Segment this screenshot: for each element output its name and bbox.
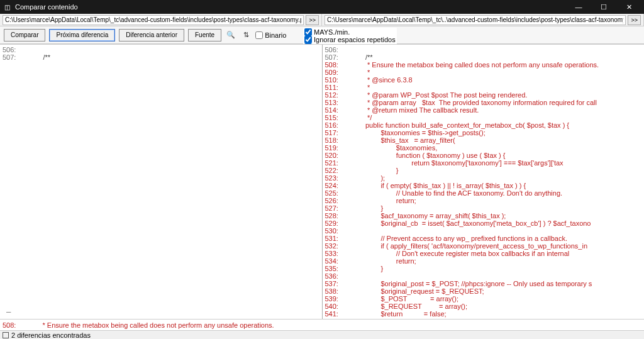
line-text: * — [348, 84, 645, 91]
line-text: $taxonomies, — [348, 144, 645, 152]
line-number: 515: — [323, 114, 348, 121]
right-path-input[interactable] — [325, 15, 626, 25]
line-text: // Prevent access to any wp_ prefixed fu… — [348, 235, 645, 242]
code-line[interactable]: 524: if ( empty( $this_tax ) || ! is_arr… — [323, 182, 645, 189]
line-number: 520: — [323, 152, 348, 159]
code-line[interactable]: 516: public function build_safe_context_… — [323, 121, 645, 129]
line-number: 528: — [323, 212, 348, 220]
code-line[interactable]: 507: /** — [0, 53, 322, 61]
line-text: return; — [348, 197, 645, 204]
line-text: /** — [348, 53, 645, 61]
line-text: $this_tax = array_filter( — [348, 136, 645, 144]
line-text: if ( apply_filters( 'acf/taxonomy/preven… — [348, 242, 645, 250]
line-text: * Ensure the metabox being called does n… — [348, 61, 645, 69]
right-path-container: >> — [322, 14, 644, 26]
code-line[interactable]: 513: * @param array $tax The provided ta… — [323, 99, 645, 106]
line-number: 507: — [0, 53, 25, 61]
code-line[interactable]: 538: $original_request = $_REQUEST; — [323, 287, 645, 295]
code-line[interactable]: 531: // Prevent access to any wp_ prefix… — [323, 235, 645, 242]
code-line[interactable]: 519: $taxonomies, — [323, 144, 645, 152]
code-line[interactable]: 509: * — [323, 69, 645, 76]
line-text — [348, 46, 645, 53]
line-number: 524: — [323, 182, 348, 189]
code-line[interactable]: 528: $acf_taxonomy = array_shift( $this_… — [323, 212, 645, 220]
line-number: 511: — [323, 84, 348, 91]
code-line[interactable]: 530: — [323, 227, 645, 235]
code-line[interactable]: 515: */ — [323, 114, 645, 121]
search-icon[interactable]: 🔍 — [225, 30, 236, 41]
line-text: $_REQUEST = array(); — [348, 303, 645, 310]
code-line[interactable]: 539: $_POST = array(); — [323, 295, 645, 303]
code-line[interactable]: 514: * @return mixed The callback result… — [323, 106, 645, 114]
line-text: ); — [348, 174, 645, 182]
line-number: 519: — [323, 144, 348, 152]
code-line[interactable]: 537: $original_post = $_POST; //phpcs:ig… — [323, 280, 645, 287]
line-number: 506: — [323, 46, 348, 53]
code-line[interactable]: 522: } — [323, 167, 645, 174]
line-number: 531: — [323, 235, 348, 242]
code-line[interactable]: 536: — [323, 272, 645, 280]
code-line[interactable]: 534: return; — [323, 257, 645, 265]
line-number: 530: — [323, 227, 348, 235]
ignore-spaces-checkbox[interactable]: Ignorar espacios repetidos — [303, 36, 397, 43]
line-text: * — [348, 69, 645, 76]
minimize-button[interactable]: — — [566, 0, 591, 14]
close-button[interactable]: ✕ — [616, 0, 641, 14]
font-button[interactable]: Fuente — [188, 29, 221, 42]
status-icon — [3, 332, 9, 338]
code-line[interactable]: 521: return $taxonomy['taxonomy'] === $t… — [323, 159, 645, 167]
code-line[interactable]: 540: $_REQUEST = array(); — [323, 303, 645, 310]
line-text: // Unable to find the ACF taxonomy. Don'… — [348, 189, 645, 197]
line-text: function ( $taxonomy ) use ( $tax ) { — [348, 152, 645, 159]
code-line[interactable]: 506: — [323, 46, 645, 53]
case-label: MAYS./min. — [314, 28, 350, 36]
line-number: 535: — [323, 265, 348, 272]
previous-difference-button[interactable]: Diferencia anterior — [119, 29, 184, 42]
right-path-browse-button[interactable]: >> — [628, 15, 641, 25]
code-line[interactable]: 507: /** — [323, 53, 645, 61]
code-line[interactable]: 523: ); — [323, 174, 645, 182]
compare-button[interactable]: Comparar — [4, 29, 45, 42]
line-text: $original_request = $_REQUEST; — [348, 287, 645, 295]
line-text: return; — [348, 257, 645, 265]
code-line[interactable]: 527: } — [323, 204, 645, 212]
code-line[interactable]: 520: function ( $taxonomy ) use ( $tax )… — [323, 152, 645, 159]
code-line[interactable]: 518: $this_tax = array_filter( — [323, 136, 645, 144]
code-line[interactable]: 508: * Ensure the metabox being called d… — [323, 61, 645, 69]
maximize-button[interactable]: ☐ — [591, 0, 616, 14]
left-path-browse-button[interactable]: >> — [306, 15, 319, 25]
line-number: 532: — [323, 242, 348, 250]
line-number: 514: — [323, 106, 348, 114]
line-number: 518: — [323, 136, 348, 144]
line-text: * @param WP_Post $post The post being re… — [348, 91, 645, 99]
line-number: 508: — [323, 61, 348, 69]
line-number: 534: — [323, 257, 348, 265]
code-line[interactable]: 541: $return = false; — [323, 310, 645, 318]
case-checkbox[interactable]: MAYS./min. — [303, 28, 397, 36]
binary-checkbox[interactable]: Binario — [255, 31, 286, 39]
left-path-input[interactable] — [3, 15, 304, 25]
line-number: 533: — [323, 250, 348, 257]
code-line[interactable]: 511: * — [323, 84, 645, 91]
code-line[interactable]: 512: * @param WP_Post $post The post bei… — [323, 91, 645, 99]
code-line[interactable]: 526: return; — [323, 197, 645, 204]
updown-icon[interactable]: ⇅ — [240, 30, 252, 41]
line-text: $return = false; — [348, 310, 645, 318]
code-line[interactable]: 517: $taxonomies = $this->get_posts(); — [323, 129, 645, 136]
code-line[interactable]: 510: * @since 6.3.8 — [323, 76, 645, 84]
line-text: } — [348, 265, 645, 272]
line-text: public function build_safe_context_for_m… — [348, 121, 645, 129]
current-diff-strip: 508: * Ensure the metabox being called d… — [0, 319, 644, 330]
line-text: $original_post = $_POST; //phpcs:ignore … — [348, 280, 645, 287]
line-text: $_POST = array(); — [348, 295, 645, 303]
code-line[interactable]: 506: — [0, 46, 322, 53]
right-pane[interactable]: 506:507: /**508: * Ensure the metabox be… — [323, 45, 645, 319]
next-difference-button[interactable]: Próxima diferencia — [49, 29, 115, 42]
code-line[interactable]: 532: if ( apply_filters( 'acf/taxonomy/p… — [323, 242, 645, 250]
code-line[interactable]: 533: // Don't execute register meta box … — [323, 250, 645, 257]
left-pane[interactable]: 506:507: /** — — [0, 45, 323, 319]
status-bar: 2 diferencias encontradas — [0, 330, 644, 339]
code-line[interactable]: 529: $original_cb = isset( $acf_taxonomy… — [323, 220, 645, 227]
code-line[interactable]: 535: } — [323, 265, 645, 272]
code-line[interactable]: 525: // Unable to find the ACF taxonomy.… — [323, 189, 645, 197]
